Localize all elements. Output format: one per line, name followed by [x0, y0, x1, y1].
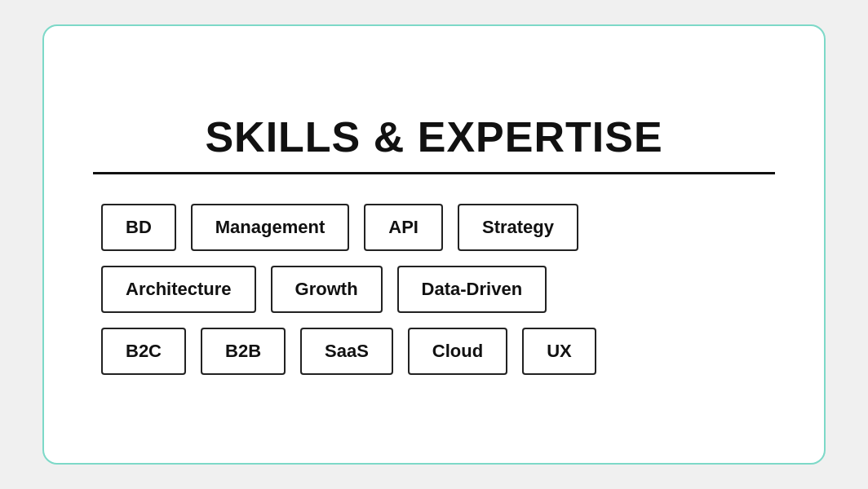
- skill-tag-growth: Growth: [271, 266, 383, 313]
- skill-tag-data-driven: Data-Driven: [397, 266, 547, 313]
- skills-grid: BDManagementAPIStrategyArchitectureGrowt…: [93, 204, 775, 375]
- title-section: SKILLS & EXPERTISE: [93, 114, 775, 174]
- skill-tag-b2b: B2B: [201, 328, 286, 375]
- skill-tag-architecture: Architecture: [101, 266, 256, 313]
- skills-card: SKILLS & EXPERTISE BDManagementAPIStrate…: [42, 24, 826, 465]
- skills-row-1: BDManagementAPIStrategy: [101, 204, 578, 251]
- skill-tag-ux: UX: [522, 328, 596, 375]
- skill-tag-saas: SaaS: [300, 328, 393, 375]
- skills-row-3: B2CB2BSaaSCloudUX: [101, 328, 596, 375]
- skill-tag-bd: BD: [101, 204, 176, 251]
- title-divider: [93, 172, 775, 174]
- skill-tag-management: Management: [191, 204, 349, 251]
- skills-row-2: ArchitectureGrowthData-Driven: [101, 266, 547, 313]
- page-title: SKILLS & EXPERTISE: [93, 114, 775, 161]
- skill-tag-b2c: B2C: [101, 328, 186, 375]
- skill-tag-api: API: [364, 204, 443, 251]
- skill-tag-cloud: Cloud: [408, 328, 507, 375]
- skill-tag-strategy: Strategy: [458, 204, 578, 251]
